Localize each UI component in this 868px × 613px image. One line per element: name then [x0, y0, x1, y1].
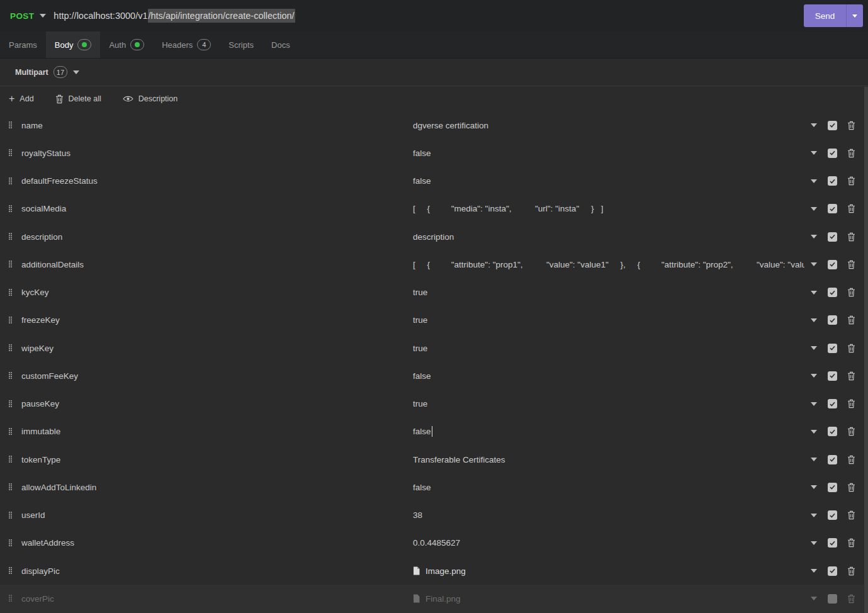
- send-button[interactable]: Send: [804, 4, 863, 27]
- field-value-input[interactable]: true: [413, 344, 804, 353]
- row-enabled-checkbox[interactable]: [828, 204, 837, 213]
- delete-row-icon[interactable]: [847, 399, 855, 408]
- chevron-down-icon[interactable]: [811, 458, 817, 461]
- delete-row-icon[interactable]: [847, 315, 855, 325]
- tab-headers[interactable]: Headers 4: [153, 31, 220, 58]
- url-input[interactable]: http://localhost:3000/v1/hts/api/integra…: [54, 11, 295, 21]
- tab-body[interactable]: Body: [46, 31, 101, 58]
- grip-dots-icon[interactable]: [9, 289, 15, 296]
- grip-dots-icon[interactable]: [9, 372, 15, 380]
- chevron-down-icon[interactable]: [811, 485, 817, 489]
- row-enabled-checkbox[interactable]: [828, 510, 837, 520]
- field-key-input[interactable]: socialMedia: [21, 204, 413, 213]
- chevron-down-icon[interactable]: [811, 402, 817, 406]
- grip-dots-icon[interactable]: [9, 317, 15, 324]
- chevron-down-icon[interactable]: [811, 235, 817, 239]
- grip-dots-icon[interactable]: [9, 483, 15, 491]
- delete-row-icon[interactable]: [847, 344, 855, 353]
- delete-row-icon[interactable]: [847, 232, 855, 242]
- field-value-input[interactable]: true: [413, 315, 804, 325]
- chevron-down-icon[interactable]: [811, 346, 817, 350]
- delete-row-icon[interactable]: [847, 149, 855, 158]
- chevron-down-icon[interactable]: [811, 541, 817, 545]
- row-enabled-checkbox[interactable]: [828, 288, 837, 297]
- row-enabled-checkbox[interactable]: [828, 399, 837, 408]
- delete-all-button[interactable]: Delete all: [55, 94, 101, 104]
- tab-auth[interactable]: Auth: [100, 31, 153, 58]
- method-selector[interactable]: POST: [10, 11, 46, 21]
- field-value-input[interactable]: false: [413, 176, 804, 186]
- delete-row-icon[interactable]: [847, 204, 855, 213]
- field-key-input[interactable]: defaultFreezeStatus: [21, 176, 413, 186]
- add-field-button[interactable]: + Add: [9, 94, 34, 104]
- field-key-input[interactable]: immutable: [21, 427, 413, 436]
- grip-dots-icon[interactable]: [9, 121, 15, 129]
- field-key-input[interactable]: userId: [21, 510, 413, 520]
- field-value-input[interactable]: dgverse certification: [413, 121, 804, 130]
- row-enabled-checkbox[interactable]: [828, 260, 837, 269]
- field-value-input[interactable]: 38: [413, 510, 804, 520]
- description-toggle-button[interactable]: Description: [123, 94, 178, 103]
- field-key-input[interactable]: additionalDetails: [21, 260, 413, 269]
- field-key-input[interactable]: freezeKey: [21, 315, 413, 325]
- field-value-input[interactable]: Image.png: [413, 566, 804, 576]
- row-enabled-checkbox[interactable]: [828, 594, 837, 604]
- delete-row-icon[interactable]: [847, 510, 855, 520]
- chevron-down-icon[interactable]: [811, 374, 817, 378]
- chevron-down-icon[interactable]: [811, 123, 817, 127]
- field-key-input[interactable]: coverPic: [21, 594, 413, 604]
- field-value-input[interactable]: Final.png: [413, 594, 804, 604]
- field-value-input[interactable]: true: [413, 399, 804, 408]
- tab-scripts[interactable]: Scripts: [220, 31, 262, 58]
- field-value-input[interactable]: false: [413, 483, 804, 492]
- field-value-input[interactable]: false: [413, 371, 804, 381]
- chevron-down-icon[interactable]: [811, 151, 817, 155]
- row-enabled-checkbox[interactable]: [828, 538, 837, 548]
- grip-dots-icon[interactable]: [9, 400, 15, 408]
- field-value-input[interactable]: 0.0.4485627: [413, 538, 804, 548]
- row-enabled-checkbox[interactable]: [828, 149, 837, 158]
- grip-dots-icon[interactable]: [9, 149, 15, 157]
- chevron-down-icon[interactable]: [811, 207, 817, 211]
- row-enabled-checkbox[interactable]: [828, 566, 837, 576]
- grip-dots-icon[interactable]: [9, 177, 15, 185]
- delete-row-icon[interactable]: [847, 427, 855, 436]
- delete-row-icon[interactable]: [847, 121, 855, 130]
- row-enabled-checkbox[interactable]: [828, 483, 837, 492]
- chevron-down-icon[interactable]: [811, 262, 817, 266]
- field-key-input[interactable]: displayPic: [21, 566, 413, 576]
- delete-row-icon[interactable]: [847, 594, 855, 604]
- grip-dots-icon[interactable]: [9, 595, 15, 602]
- chevron-down-icon[interactable]: [811, 430, 817, 434]
- delete-row-icon[interactable]: [847, 566, 855, 576]
- field-key-input[interactable]: walletAddress: [21, 538, 413, 548]
- grip-dots-icon[interactable]: [9, 567, 15, 575]
- row-enabled-checkbox[interactable]: [828, 121, 837, 130]
- grip-dots-icon[interactable]: [9, 344, 15, 352]
- field-key-input[interactable]: kycKey: [21, 288, 413, 297]
- field-value-input[interactable]: true: [413, 288, 804, 297]
- delete-row-icon[interactable]: [847, 288, 855, 297]
- chevron-down-icon[interactable]: [811, 318, 817, 322]
- grip-dots-icon[interactable]: [9, 456, 15, 463]
- delete-row-icon[interactable]: [847, 538, 855, 548]
- field-value-input[interactable]: [ { "media": "insta", "url": "insta" } ]: [413, 204, 804, 213]
- row-enabled-checkbox[interactable]: [828, 427, 837, 436]
- row-enabled-checkbox[interactable]: [828, 315, 837, 325]
- delete-row-icon[interactable]: [847, 483, 855, 492]
- chevron-down-icon[interactable]: [811, 514, 817, 517]
- field-value-input[interactable]: description: [413, 232, 804, 242]
- field-key-input[interactable]: allowAddToLinkedin: [21, 483, 413, 492]
- chevron-down-icon[interactable]: [811, 597, 817, 600]
- row-enabled-checkbox[interactable]: [828, 344, 837, 353]
- row-enabled-checkbox[interactable]: [828, 455, 837, 464]
- field-key-input[interactable]: customFeeKey: [21, 371, 413, 381]
- field-key-input[interactable]: tokenType: [21, 455, 413, 464]
- send-options-dropdown[interactable]: [847, 14, 863, 18]
- row-enabled-checkbox[interactable]: [828, 176, 837, 186]
- grip-dots-icon[interactable]: [9, 512, 15, 519]
- field-value-input[interactable]: false: [413, 426, 804, 437]
- delete-row-icon[interactable]: [847, 371, 855, 381]
- field-value-input[interactable]: Transferable Certificates: [413, 455, 804, 464]
- row-enabled-checkbox[interactable]: [828, 232, 837, 242]
